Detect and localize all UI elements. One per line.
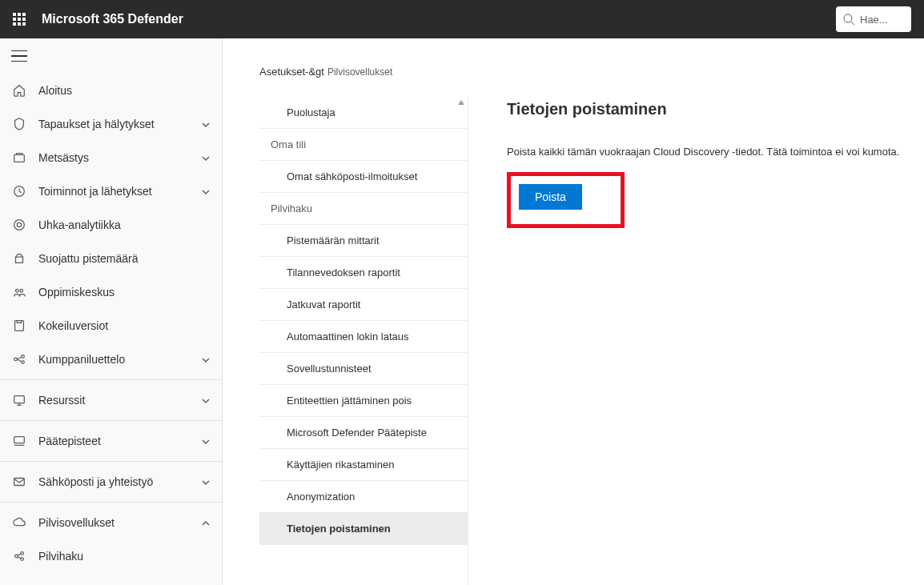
- svg-rect-3: [13, 18, 16, 21]
- sidebar-item-label: Tapaukset ja hälytykset: [38, 118, 190, 130]
- cloudapps-icon: [11, 515, 27, 531]
- highlight-box: Poista: [507, 172, 625, 228]
- svg-rect-6: [13, 22, 16, 26]
- threat-icon: [11, 217, 27, 233]
- sidebar-item-label: Sähköposti ja yhteistyö: [38, 475, 190, 488]
- sidebar-item-label: Oppimiskeskus: [38, 286, 211, 299]
- sidebar-item-learning[interactable]: Oppimiskeskus: [0, 275, 222, 309]
- sidebar-item-home[interactable]: Aloitus: [0, 74, 222, 107]
- breadcrumb-root[interactable]: Asetukset-&gt: [259, 66, 324, 78]
- chevron-down-icon: [201, 355, 211, 364]
- chevron-down-icon: [201, 395, 211, 405]
- nav-divider: [0, 502, 222, 503]
- chevron-down-icon: [201, 436, 211, 446]
- search-input[interactable]: Hae...: [836, 6, 911, 32]
- sidebar-item-endpoints[interactable]: Päätepisteet: [0, 424, 222, 458]
- detail-description: Poista kaikki tämän vuokraajan Cloud Dis…: [507, 146, 900, 158]
- settings-item[interactable]: Puolustaja: [259, 97, 468, 129]
- svg-rect-7: [18, 22, 21, 26]
- secure-icon: [11, 250, 27, 266]
- chevron-down-icon: [201, 186, 211, 196]
- svg-rect-2: [22, 13, 26, 16]
- svg-point-18: [14, 358, 18, 361]
- app-title: Microsoft 365 Defender: [42, 12, 836, 26]
- settings-item[interactable]: Microsoft Defender Päätepiste: [259, 417, 468, 449]
- sidebar-item-label: Kokeiluversiot: [38, 319, 211, 332]
- detail-panel: Tietojen poistaminen Poista kaikki tämän…: [468, 97, 924, 585]
- settings-item[interactable]: Sovellustunnisteet: [259, 353, 468, 385]
- sidebar-item-cloudapps[interactable]: Pilvisovellukset: [0, 506, 222, 539]
- actions-icon: [11, 183, 27, 199]
- hunting-icon: [11, 150, 27, 166]
- settings-section-header: Oma tili: [259, 129, 468, 161]
- search-icon: [842, 13, 855, 26]
- chevron-down-icon: [201, 153, 211, 162]
- svg-rect-23: [14, 479, 25, 486]
- email-icon: [11, 474, 27, 490]
- search-placeholder: Hae...: [860, 14, 888, 26]
- settings-item[interactable]: Käyttäjien rikastaminen: [259, 449, 468, 481]
- sidebar-item-label: Kumppaniluettelo: [38, 353, 190, 366]
- svg-rect-11: [14, 154, 25, 162]
- breadcrumb: Asetukset-&gt Pilvisovellukset: [259, 66, 924, 78]
- sidebar-item-label: Aloitus: [38, 84, 211, 97]
- sidebar-item-cloudsearch[interactable]: Pilvihaku: [0, 539, 222, 573]
- sidebar-item-label: Uhka-analytiikka: [38, 218, 211, 231]
- app-launcher-icon[interactable]: [6, 6, 32, 32]
- sidebar-item-threat[interactable]: Uhka-analytiikka: [0, 208, 222, 242]
- svg-rect-21: [14, 396, 25, 403]
- settings-list: PuolustajaOma tiliOmat sähköposti-ilmoit…: [259, 97, 468, 585]
- app-header: Microsoft 365 Defender Hae...: [0, 0, 924, 38]
- chevron-down-icon: [201, 477, 211, 487]
- sidebar-item-secure[interactable]: Suojattu pistemäärä: [0, 242, 222, 275]
- svg-point-24: [15, 555, 18, 558]
- detail-title: Tietojen poistaminen: [507, 100, 900, 118]
- sidebar-item-actions[interactable]: Toiminnot ja lähetykset: [0, 174, 222, 208]
- settings-item[interactable]: Anonymization: [259, 481, 468, 513]
- sidebar-item-partners[interactable]: Kumppaniluettelo: [0, 343, 222, 376]
- settings-item[interactable]: Pistemäärän mittarit: [259, 225, 468, 257]
- svg-point-9: [844, 14, 852, 22]
- cloudsearch-icon: [11, 548, 27, 564]
- hamburger-icon[interactable]: [11, 48, 27, 64]
- learning-icon: [11, 284, 27, 300]
- sidebar-item-trials[interactable]: Kokeiluversiot: [0, 309, 222, 343]
- svg-point-16: [20, 289, 23, 292]
- nav-divider: [0, 461, 222, 462]
- trials-icon: [11, 318, 27, 334]
- main-content: Asetukset-&gt Pilvisovellukset Puolustaj…: [223, 38, 924, 585]
- sidebar-item-email[interactable]: Sähköposti ja yhteistyö: [0, 465, 222, 499]
- incidents-icon: [11, 116, 27, 132]
- svg-rect-4: [18, 18, 21, 21]
- sidebar-item-label: Pilvisovellukset: [38, 516, 190, 529]
- settings-item[interactable]: Automaattinen lokin lataus: [259, 321, 468, 353]
- sidebar-item-label: Päätepisteet: [38, 435, 190, 447]
- partners-icon: [11, 351, 27, 367]
- sidebar-item-assets[interactable]: Resurssit: [0, 383, 222, 417]
- settings-item[interactable]: Tietojen poistaminen: [259, 513, 468, 545]
- svg-rect-17: [15, 321, 24, 331]
- settings-item[interactable]: Entiteettien jättäminen pois: [259, 385, 468, 417]
- scroll-up-icon[interactable]: [458, 97, 464, 105]
- chevron-up-icon: [201, 518, 211, 527]
- nav-divider: [0, 379, 222, 380]
- sidebar-item-incidents[interactable]: Tapaukset ja hälytykset: [0, 107, 222, 141]
- svg-rect-8: [22, 22, 26, 26]
- sidebar-item-hunting[interactable]: Metsästys: [0, 141, 222, 174]
- chevron-down-icon: [201, 119, 211, 129]
- settings-item[interactable]: Omat sähköposti-ilmoitukset: [259, 161, 468, 193]
- breadcrumb-current[interactable]: Pilvisovellukset: [327, 66, 392, 78]
- home-icon: [11, 82, 27, 98]
- svg-point-14: [14, 220, 25, 230]
- sidebar-item-label: Pilvihaku: [38, 550, 211, 563]
- svg-rect-5: [22, 18, 26, 21]
- settings-item[interactable]: Tilannevedoksen raportit: [259, 257, 468, 289]
- svg-rect-22: [14, 437, 25, 443]
- svg-line-10: [851, 22, 854, 25]
- settings-item[interactable]: Jatkuvat raportit: [259, 289, 468, 321]
- svg-point-13: [17, 222, 21, 226]
- svg-rect-0: [13, 13, 16, 16]
- delete-button[interactable]: Poista: [519, 184, 582, 210]
- assets-icon: [11, 392, 27, 408]
- nav-divider: [0, 420, 222, 421]
